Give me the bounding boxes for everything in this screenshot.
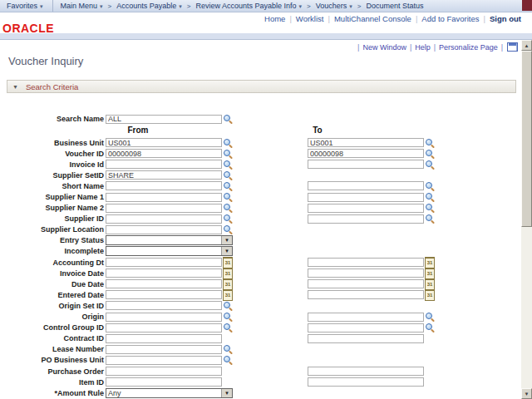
from-input[interactable]: [106, 377, 222, 387]
chevron-down-icon[interactable]: ▼: [221, 389, 232, 397]
lookup-icon[interactable]: [425, 149, 435, 159]
from-input[interactable]: [106, 160, 222, 169]
to-input[interactable]: [308, 268, 424, 278]
header-link[interactable]: MultiChannel Console: [334, 14, 411, 23]
from-input[interactable]: [106, 193, 222, 202]
to-input[interactable]: [308, 181, 424, 190]
from-input[interactable]: [106, 181, 222, 190]
to-input[interactable]: [308, 258, 424, 267]
lookup-icon[interactable]: [425, 203, 435, 213]
lookup-icon[interactable]: [223, 301, 233, 311]
from-input[interactable]: [106, 170, 222, 180]
utility-link[interactable]: Help: [415, 43, 431, 52]
calendar-icon[interactable]: 31: [223, 289, 233, 301]
breadcrumb-chevron-icon: >: [187, 2, 191, 10]
from-input[interactable]: [106, 214, 222, 224]
to-input[interactable]: [308, 313, 424, 322]
utility-link[interactable]: New Window: [362, 43, 406, 52]
from-input[interactable]: [106, 149, 222, 158]
chevron-down-icon[interactable]: ▼: [221, 247, 232, 255]
lookup-icon[interactable]: [223, 192, 233, 202]
calendar-icon[interactable]: 31: [425, 278, 435, 290]
to-input[interactable]: [308, 160, 424, 169]
lookup-icon[interactable]: [223, 160, 233, 170]
to-input[interactable]: [308, 204, 424, 213]
to-input[interactable]: [308, 334, 424, 343]
lookup-icon[interactable]: [425, 192, 435, 202]
to-input[interactable]: [308, 138, 424, 147]
from-dropdown[interactable]: ▼: [106, 235, 233, 245]
lookup-icon[interactable]: [425, 138, 435, 148]
calendar-icon[interactable]: 31: [223, 278, 233, 290]
breadcrumb-item[interactable]: Favorites▾: [7, 2, 43, 10]
from-dropdown[interactable]: ▼: [106, 246, 233, 256]
scroll-down-icon[interactable]: ▼: [521, 388, 532, 399]
lookup-icon[interactable]: [223, 344, 233, 354]
calendar-icon[interactable]: 31: [425, 289, 435, 301]
utility-link[interactable]: Personalize Page: [439, 43, 498, 52]
breadcrumb-item[interactable]: Document Status: [366, 2, 423, 10]
header-link[interactable]: Add to Favorites: [421, 14, 479, 23]
personalize-layout-icon[interactable]: [507, 42, 518, 52]
lookup-icon[interactable]: [223, 224, 233, 234]
from-input[interactable]: [106, 356, 222, 365]
to-input[interactable]: [308, 193, 424, 202]
from-input[interactable]: [106, 258, 222, 267]
to-input[interactable]: [308, 279, 424, 288]
scrollbar-thumb[interactable]: [521, 51, 532, 227]
from-input[interactable]: [106, 323, 222, 332]
from-input[interactable]: [106, 334, 222, 343]
lookup-icon[interactable]: [223, 203, 233, 213]
lookup-icon[interactable]: [223, 355, 233, 365]
lookup-icon[interactable]: [425, 214, 435, 224]
from-input[interactable]: [106, 138, 222, 147]
breadcrumb-item[interactable]: Review Accounts Payable Info▾: [195, 2, 302, 10]
lookup-icon[interactable]: [223, 312, 233, 322]
header-link[interactable]: Worklist: [296, 14, 324, 23]
search-name-input[interactable]: [106, 115, 222, 124]
breadcrumb-item[interactable]: Main Menu▾: [61, 2, 103, 10]
lookup-icon[interactable]: [223, 114, 233, 124]
search-criteria-section-header[interactable]: ▼ Search Criteria: [7, 80, 516, 93]
from-input[interactable]: [106, 367, 222, 376]
from-input[interactable]: [106, 290, 222, 299]
from-input[interactable]: [106, 301, 222, 310]
lookup-icon[interactable]: [223, 181, 233, 191]
lookup-icon[interactable]: [425, 160, 435, 170]
from-input[interactable]: [106, 204, 222, 213]
from-input[interactable]: [106, 268, 222, 278]
vertical-scrollbar[interactable]: ▲ ▼: [521, 40, 532, 399]
calendar-icon[interactable]: 31: [223, 257, 233, 268]
signout-link[interactable]: Sign out: [490, 14, 521, 23]
from-input[interactable]: [106, 313, 222, 322]
from-input[interactable]: [106, 225, 222, 234]
calendar-icon[interactable]: 31: [425, 268, 435, 279]
to-input[interactable]: [308, 377, 424, 387]
from-input[interactable]: [106, 345, 222, 354]
to-input[interactable]: [308, 149, 424, 158]
chevron-down-icon[interactable]: ▼: [221, 236, 232, 244]
to-input[interactable]: [308, 323, 424, 332]
lookup-icon[interactable]: [425, 181, 435, 191]
from-dropdown[interactable]: Any▼: [106, 388, 233, 398]
lookup-icon[interactable]: [223, 138, 233, 148]
calendar-icon[interactable]: 31: [425, 257, 435, 268]
link-separator: |: [289, 14, 291, 23]
breadcrumb-item[interactable]: Vouchers▾: [316, 2, 352, 10]
collapse-triangle-icon[interactable]: ▼: [12, 84, 18, 90]
lookup-icon[interactable]: [223, 214, 233, 224]
header-link[interactable]: Home: [264, 14, 285, 23]
to-input[interactable]: [308, 367, 424, 376]
breadcrumb-item[interactable]: Accounts Payable▾: [116, 2, 182, 10]
lookup-icon[interactable]: [223, 323, 233, 332]
lookup-icon[interactable]: [425, 312, 435, 322]
to-input[interactable]: [308, 214, 424, 224]
from-input[interactable]: [106, 279, 222, 288]
calendar-icon[interactable]: 31: [223, 268, 233, 279]
to-input[interactable]: [308, 290, 424, 299]
scroll-up-icon[interactable]: ▲: [521, 40, 532, 51]
to-cell: [308, 149, 517, 159]
lookup-icon[interactable]: [425, 323, 435, 332]
lookup-icon[interactable]: [223, 149, 233, 159]
lookup-icon[interactable]: [223, 170, 233, 180]
